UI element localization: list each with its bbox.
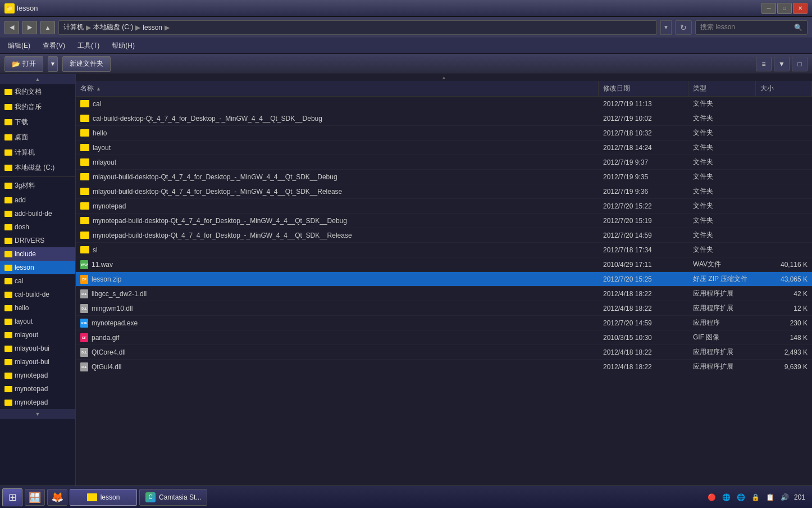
col-header-name[interactable]: 名称 ▲ bbox=[76, 81, 599, 96]
table-row[interactable]: WAV 11.wav 2010/4/29 17:11 WAV文件 40,116 … bbox=[76, 257, 812, 272]
new-folder-button[interactable]: 新建文件夹 bbox=[62, 56, 111, 72]
table-row[interactable]: mynotepad 2012/7/20 15:22 文件夹 bbox=[76, 199, 812, 214]
table-row[interactable]: mlayout-build-desktop-Qt_4_7_4_for_Deskt… bbox=[76, 170, 812, 184]
sidebar-item-hello[interactable]: hello bbox=[0, 301, 75, 315]
taskbar-lesson-label: lesson bbox=[101, 493, 120, 501]
sidebar-item-cal-build[interactable]: cal-build-de bbox=[0, 288, 75, 301]
sidebar-item-3g[interactable]: 3g材料 bbox=[0, 178, 75, 193]
search-box[interactable]: 搜索 lesson 🔍 bbox=[695, 20, 808, 35]
breadcrumb-expand[interactable]: ▼ bbox=[660, 20, 672, 35]
menu-bar: 编辑(E) 查看(V) 工具(T) 帮助(H) bbox=[0, 38, 812, 54]
col-header-size[interactable]: 大小 bbox=[756, 81, 812, 96]
sidebar-item-add[interactable]: add bbox=[0, 193, 75, 207]
up-button[interactable]: ▲ bbox=[40, 21, 55, 34]
forward-button[interactable]: ▶ bbox=[22, 21, 37, 34]
file-date: 2012/7/19 10:02 bbox=[599, 115, 688, 123]
file-date: 2012/7/20 15:22 bbox=[599, 202, 688, 210]
folder-icon bbox=[80, 144, 89, 151]
file-date: 2012/7/19 9:37 bbox=[599, 158, 688, 166]
table-row[interactable]: layout 2012/7/18 14:24 文件夹 bbox=[76, 140, 812, 155]
sidebar-item-cal[interactable]: cal bbox=[0, 274, 75, 288]
sidebar-scroll-down[interactable]: ▼ bbox=[0, 409, 75, 419]
tray-icon-6[interactable]: 🔊 bbox=[779, 492, 791, 503]
file-name: EXE mynotepad.exe bbox=[76, 319, 599, 328]
sidebar-item-mymusic[interactable]: 我的音乐 bbox=[0, 99, 75, 115]
sidebar-item-layout[interactable]: layout bbox=[0, 315, 75, 328]
view-preview-button[interactable]: □ bbox=[792, 57, 808, 71]
start-button[interactable]: ⊞ bbox=[2, 488, 22, 506]
sidebar-scroll-up[interactable]: ▲ bbox=[0, 74, 75, 84]
menu-help[interactable]: 帮助(H) bbox=[106, 39, 140, 53]
table-row[interactable]: EXE mynotepad.exe 2012/7/20 14:59 应用程序 2… bbox=[76, 316, 812, 330]
file-date: 2012/7/20 15:19 bbox=[599, 217, 688, 225]
sidebar-item-mlayout[interactable]: mlayout bbox=[0, 328, 75, 342]
table-row[interactable]: cal-build-desktop-Qt_4_7_4_for_Desktop_-… bbox=[76, 111, 812, 126]
breadcrumb-computer[interactable]: 计算机 bbox=[63, 22, 84, 32]
view-list-button[interactable]: ≡ bbox=[756, 57, 772, 71]
menu-tools[interactable]: 工具(T) bbox=[72, 39, 105, 53]
folder-icon bbox=[4, 197, 12, 203]
sidebar-item-add-build[interactable]: add-build-de bbox=[0, 207, 75, 220]
close-button[interactable]: ✕ bbox=[793, 3, 808, 14]
table-row[interactable]: mlayout 2012/7/19 9:37 文件夹 bbox=[76, 155, 812, 170]
col-name-label: 名称 bbox=[80, 84, 94, 93]
file-name: DLL mingwm10.dll bbox=[76, 304, 599, 313]
file-type: 好压 ZIP 压缩文件 bbox=[688, 274, 756, 284]
table-row[interactable]: ZIP lesson.zip 2012/7/20 15:25 好压 ZIP 压缩… bbox=[76, 272, 812, 287]
tray-icon-2[interactable]: 🌐 bbox=[721, 492, 732, 503]
taskbar-firefox-icon[interactable]: 🦊 bbox=[47, 489, 67, 506]
table-row[interactable]: DLL mingwm10.dll 2012/4/18 18:22 应用程序扩展 … bbox=[76, 301, 812, 316]
breadcrumb[interactable]: 计算机 ▶ 本地磁盘 (C:) ▶ lesson ▶ bbox=[58, 20, 657, 35]
sidebar-item-lesson[interactable]: lesson bbox=[0, 261, 75, 274]
tray-icon-3[interactable]: 🌐 bbox=[736, 492, 747, 503]
sidebar-item-desktop[interactable]: 桌面 bbox=[0, 130, 75, 145]
minimize-button[interactable]: ─ bbox=[761, 3, 776, 14]
open-dropdown[interactable]: ▼ bbox=[48, 56, 58, 72]
breadcrumb-drive[interactable]: 本地磁盘 (C:) bbox=[93, 22, 133, 32]
maximize-button[interactable]: □ bbox=[777, 3, 792, 14]
folder-icon bbox=[80, 158, 89, 166]
table-row[interactable]: DLL QtCore4.dll 2012/4/18 18:22 应用程序扩展 2… bbox=[76, 345, 812, 360]
sidebar-item-computer[interactable]: 计算机 bbox=[0, 145, 75, 160]
sidebar-item-mydocs[interactable]: 我的文档 bbox=[0, 84, 75, 99]
file-size: 2,493 K bbox=[756, 348, 812, 356]
table-row[interactable]: cal 2012/7/19 11:13 文件夹 bbox=[76, 97, 812, 111]
sidebar-item-downloads[interactable]: 下载 bbox=[0, 115, 75, 130]
table-row[interactable]: GIF panda.gif 2010/3/15 10:30 GIF 图像 148… bbox=[76, 330, 812, 345]
sidebar-item-include[interactable]: include bbox=[0, 247, 75, 261]
table-row[interactable]: DLL QtGui4.dll 2012/4/18 18:22 应用程序扩展 9,… bbox=[76, 360, 812, 374]
table-row[interactable]: hello 2012/7/18 10:32 文件夹 bbox=[76, 126, 812, 140]
menu-edit[interactable]: 编辑(E) bbox=[2, 39, 36, 53]
table-row[interactable]: mlayout-build-desktop-Qt_4_7_4_for_Deskt… bbox=[76, 184, 812, 199]
view-dropdown-button[interactable]: ▼ bbox=[774, 57, 790, 71]
tray-icon-5[interactable]: 📋 bbox=[765, 492, 776, 503]
table-row[interactable]: mynotepad-build-desktop-Qt_4_7_4_for_Des… bbox=[76, 214, 812, 228]
table-row[interactable]: DLL libgcc_s_dw2-1.dll 2012/4/18 18:22 应… bbox=[76, 287, 812, 301]
sidebar-item-dosh[interactable]: dosh bbox=[0, 220, 75, 234]
refresh-button[interactable]: ↻ bbox=[675, 20, 692, 35]
breadcrumb-folder[interactable]: lesson bbox=[143, 24, 162, 31]
file-date: 2012/7/18 14:24 bbox=[599, 144, 688, 152]
open-button[interactable]: 📂 打开 bbox=[4, 56, 43, 72]
back-button[interactable]: ◀ bbox=[4, 21, 19, 34]
tray-icon-4[interactable]: 🔒 bbox=[750, 492, 761, 503]
sidebar-item-mynotepad3[interactable]: mynotepad bbox=[0, 396, 75, 409]
sidebar-item-mlayout-bui2[interactable]: mlayout-bui bbox=[0, 355, 75, 369]
file-name: cal-build-desktop-Qt_4_7_4_for_Desktop_-… bbox=[76, 115, 599, 123]
sidebar-item-mynotepad1[interactable]: mynotepad bbox=[0, 369, 75, 382]
table-row[interactable]: mynotepad-build-desktop-Qt_4_7_4_for_Des… bbox=[76, 228, 812, 243]
taskbar-explorer-icon[interactable]: 🪟 bbox=[25, 489, 45, 506]
sidebar-item-mlayout-bui1[interactable]: mlayout-bui bbox=[0, 342, 75, 355]
sidebar-item-localdisk[interactable]: 本地磁盘 (C:) bbox=[0, 160, 75, 175]
taskbar-camtasia-button[interactable]: C Camtasia St... bbox=[139, 489, 207, 506]
col-header-type[interactable]: 类型 bbox=[688, 81, 756, 96]
menu-view[interactable]: 查看(V) bbox=[37, 39, 71, 53]
folder-icon bbox=[4, 278, 12, 284]
tray-icon-1[interactable]: 🔴 bbox=[706, 492, 718, 503]
sidebar-item-drivers[interactable]: DRIVERS bbox=[0, 234, 75, 247]
taskbar-lesson-button[interactable]: lesson bbox=[70, 489, 137, 506]
col-header-date[interactable]: 修改日期 bbox=[599, 81, 688, 96]
file-type: 文件夹 bbox=[688, 128, 756, 138]
sidebar-item-mynotepad2[interactable]: mynotepad bbox=[0, 382, 75, 396]
table-row[interactable]: sl 2012/7/18 17:34 文件夹 bbox=[76, 243, 812, 257]
